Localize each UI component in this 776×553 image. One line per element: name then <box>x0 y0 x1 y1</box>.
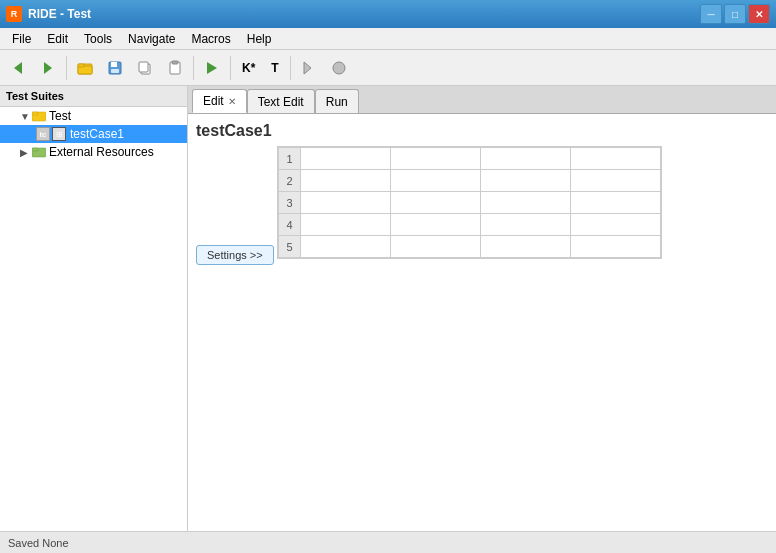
grid-cell[interactable] <box>301 170 391 192</box>
separator-4 <box>290 56 291 80</box>
grid-cell[interactable] <box>391 148 481 170</box>
svg-rect-4 <box>78 64 84 67</box>
close-button[interactable]: ✕ <box>748 4 770 24</box>
expand-arrow-ext[interactable]: ▶ <box>20 147 32 158</box>
toolbar: K* T <box>0 50 776 86</box>
grid-cell[interactable] <box>391 170 481 192</box>
table-row: 4 <box>279 214 661 236</box>
copy-button[interactable] <box>131 54 159 82</box>
grid-cell[interactable] <box>481 236 571 258</box>
table-row: 2 <box>279 170 661 192</box>
grid-table: 12345 <box>278 147 661 258</box>
tree-label-testcase1: testCase1 <box>70 127 124 141</box>
run-button[interactable] <box>198 54 226 82</box>
table-row: 3 <box>279 192 661 214</box>
grid-cell[interactable] <box>571 236 661 258</box>
menu-edit[interactable]: Edit <box>39 30 76 48</box>
paste-button[interactable] <box>161 54 189 82</box>
menu-macros[interactable]: Macros <box>183 30 238 48</box>
svg-point-14 <box>333 62 345 74</box>
folder-icon <box>32 109 46 123</box>
tree-item-external[interactable]: ▶ External Resources <box>0 143 187 161</box>
separator-1 <box>66 56 67 80</box>
row-number: 1 <box>279 148 301 170</box>
grid-container: 12345 <box>277 146 662 259</box>
open-button[interactable] <box>71 54 99 82</box>
main-container: Test Suites ▼ Test tc ⊞ testCase1 <box>0 86 776 531</box>
grid-cell[interactable] <box>301 192 391 214</box>
maximize-button[interactable]: □ <box>724 4 746 24</box>
svg-marker-1 <box>44 62 52 74</box>
grid-cell[interactable] <box>571 148 661 170</box>
status-text: Saved None <box>8 537 69 549</box>
grid-cell[interactable] <box>481 170 571 192</box>
grid-cell[interactable] <box>571 214 661 236</box>
svg-rect-9 <box>139 62 148 72</box>
menu-bar: File Edit Tools Navigate Macros Help <box>0 28 776 50</box>
svg-marker-12 <box>207 62 217 74</box>
grid-cell[interactable] <box>481 148 571 170</box>
back-button[interactable] <box>4 54 32 82</box>
test-case-title: testCase1 <box>196 122 768 140</box>
grid-cell[interactable] <box>301 236 391 258</box>
svg-rect-18 <box>32 148 38 151</box>
forward-button[interactable] <box>34 54 62 82</box>
settings-button[interactable]: Settings >> <box>196 245 274 265</box>
grid-cell[interactable] <box>391 214 481 236</box>
test-icon: ⊞ <box>52 127 66 141</box>
grid-cell[interactable] <box>571 192 661 214</box>
tree-item-testcase1[interactable]: tc ⊞ testCase1 <box>0 125 187 143</box>
tab-edit-label: Edit <box>203 94 224 108</box>
app-icon: R <box>6 6 22 22</box>
grid-cell[interactable] <box>481 214 571 236</box>
suite-icon-tc: tc <box>36 127 50 141</box>
pause-button[interactable] <box>295 54 323 82</box>
t-button[interactable]: T <box>264 56 285 80</box>
expand-arrow-test[interactable]: ▼ <box>20 111 32 122</box>
menu-tools[interactable]: Tools <box>76 30 120 48</box>
row-number: 3 <box>279 192 301 214</box>
row-number: 4 <box>279 214 301 236</box>
svg-rect-6 <box>111 62 117 67</box>
tab-bar: Edit ✕ Text Edit Run <box>188 86 776 114</box>
tree-label-test: Test <box>49 109 71 123</box>
tab-run-label: Run <box>326 95 348 109</box>
minimize-button[interactable]: ─ <box>700 4 722 24</box>
grid-cell[interactable] <box>301 214 391 236</box>
menu-navigate[interactable]: Navigate <box>120 30 183 48</box>
tab-run[interactable]: Run <box>315 89 359 113</box>
grid-cell[interactable] <box>571 170 661 192</box>
editor-area: testCase1 Settings >> 12345 <box>188 114 776 531</box>
grid-cell[interactable] <box>391 236 481 258</box>
table-row: 5 <box>279 236 661 258</box>
svg-marker-0 <box>14 62 22 74</box>
k-button[interactable]: K* <box>235 56 262 80</box>
title-bar: R RIDE - Test ─ □ ✕ <box>0 0 776 28</box>
svg-rect-11 <box>172 61 178 64</box>
grid-cell[interactable] <box>391 192 481 214</box>
menu-file[interactable]: File <box>4 30 39 48</box>
tab-text-edit-label: Text Edit <box>258 95 304 109</box>
tree-item-test[interactable]: ▼ Test <box>0 107 187 125</box>
content-area: Edit ✕ Text Edit Run testCase1 Settings … <box>188 86 776 531</box>
separator-2 <box>193 56 194 80</box>
svg-rect-7 <box>111 69 119 73</box>
tab-edit-close[interactable]: ✕ <box>228 96 236 107</box>
svg-marker-13 <box>304 62 311 74</box>
svg-rect-16 <box>32 112 38 115</box>
folder-icon-ext <box>32 145 46 159</box>
tab-text-edit[interactable]: Text Edit <box>247 89 315 113</box>
row-number: 5 <box>279 236 301 258</box>
tab-edit[interactable]: Edit ✕ <box>192 89 247 113</box>
row-number: 2 <box>279 170 301 192</box>
grid-cell[interactable] <box>481 192 571 214</box>
sidebar: Test Suites ▼ Test tc ⊞ testCase1 <box>0 86 188 531</box>
title-text: RIDE - Test <box>28 7 91 21</box>
save-button[interactable] <box>101 54 129 82</box>
stop-button[interactable] <box>325 54 353 82</box>
menu-help[interactable]: Help <box>239 30 280 48</box>
table-row: 1 <box>279 148 661 170</box>
sidebar-header: Test Suites <box>0 86 187 107</box>
grid-cell[interactable] <box>301 148 391 170</box>
separator-3 <box>230 56 231 80</box>
